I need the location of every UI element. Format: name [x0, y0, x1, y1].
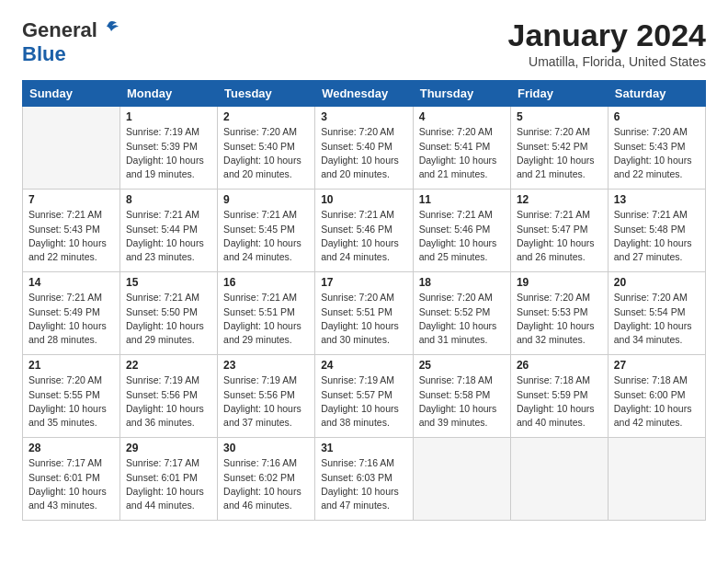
weekday-header-row: Sunday Monday Tuesday Wednesday Thursday… — [23, 81, 706, 107]
cell-w2-d0: 7Sunrise: 7:21 AM Sunset: 5:43 PM Daylig… — [23, 190, 120, 272]
cell-w4-d1: 22Sunrise: 7:19 AM Sunset: 5:56 PM Dayli… — [120, 355, 218, 438]
day-info: Sunrise: 7:20 AM Sunset: 5:53 PM Dayligh… — [517, 291, 602, 347]
day-info: Sunrise: 7:21 AM Sunset: 5:44 PM Dayligh… — [126, 208, 211, 264]
cell-w1-d4: 4Sunrise: 7:20 AM Sunset: 5:41 PM Daylig… — [413, 107, 510, 190]
cell-w3-d1: 15Sunrise: 7:21 AM Sunset: 5:50 PM Dayli… — [120, 272, 218, 355]
cell-w2-d3: 10Sunrise: 7:21 AM Sunset: 5:46 PM Dayli… — [315, 190, 414, 272]
cell-w5-d2: 30Sunrise: 7:16 AM Sunset: 6:02 PM Dayli… — [218, 438, 315, 521]
day-number: 17 — [321, 276, 407, 289]
day-info: Sunrise: 7:20 AM Sunset: 5:52 PM Dayligh… — [419, 291, 505, 347]
header-saturday: Saturday — [608, 81, 705, 107]
day-info: Sunrise: 7:21 AM Sunset: 5:46 PM Dayligh… — [419, 208, 505, 264]
cell-w1-d6: 6Sunrise: 7:20 AM Sunset: 5:43 PM Daylig… — [608, 107, 705, 190]
cell-w5-d1: 29Sunrise: 7:17 AM Sunset: 6:01 PM Dayli… — [120, 438, 218, 521]
header-wednesday: Wednesday — [315, 81, 414, 107]
header-friday: Friday — [510, 81, 608, 107]
day-info: Sunrise: 7:19 AM Sunset: 5:56 PM Dayligh… — [223, 373, 309, 430]
cell-w3-d6: 20Sunrise: 7:20 AM Sunset: 5:54 PM Dayli… — [608, 272, 705, 355]
day-number: 8 — [126, 193, 211, 206]
week-row-2: 7Sunrise: 7:21 AM Sunset: 5:43 PM Daylig… — [23, 190, 706, 272]
day-number: 26 — [517, 359, 602, 372]
day-info: Sunrise: 7:19 AM Sunset: 5:39 PM Dayligh… — [126, 125, 211, 181]
logo: General Blue — [22, 18, 119, 66]
cell-w5-d6 — [608, 438, 705, 521]
header-thursday: Thursday — [413, 81, 510, 107]
day-info: Sunrise: 7:17 AM Sunset: 6:01 PM Dayligh… — [28, 456, 114, 512]
day-info: Sunrise: 7:20 AM Sunset: 5:51 PM Dayligh… — [321, 291, 407, 347]
header-monday: Monday — [120, 81, 218, 107]
day-number: 22 — [126, 359, 211, 372]
day-info: Sunrise: 7:16 AM Sunset: 6:02 PM Dayligh… — [223, 456, 309, 512]
logo-blue: Blue — [22, 42, 66, 65]
cell-w5-d3: 31Sunrise: 7:16 AM Sunset: 6:03 PM Dayli… — [315, 438, 414, 521]
day-info: Sunrise: 7:20 AM Sunset: 5:54 PM Dayligh… — [614, 291, 700, 347]
day-number: 20 — [614, 276, 700, 289]
day-info: Sunrise: 7:21 AM Sunset: 5:49 PM Dayligh… — [28, 291, 114, 347]
cell-w4-d5: 26Sunrise: 7:18 AM Sunset: 5:59 PM Dayli… — [510, 355, 608, 438]
cell-w1-d3: 3Sunrise: 7:20 AM Sunset: 5:40 PM Daylig… — [315, 107, 414, 190]
week-row-4: 21Sunrise: 7:20 AM Sunset: 5:55 PM Dayli… — [23, 355, 706, 438]
day-info: Sunrise: 7:19 AM Sunset: 5:57 PM Dayligh… — [321, 373, 407, 430]
day-number: 14 — [28, 276, 114, 289]
day-info: Sunrise: 7:16 AM Sunset: 6:03 PM Dayligh… — [321, 456, 407, 512]
cell-w1-d2: 2Sunrise: 7:20 AM Sunset: 5:40 PM Daylig… — [218, 107, 315, 190]
cell-w3-d3: 17Sunrise: 7:20 AM Sunset: 5:51 PM Dayli… — [315, 272, 414, 355]
day-info: Sunrise: 7:20 AM Sunset: 5:40 PM Dayligh… — [223, 125, 309, 181]
day-info: Sunrise: 7:18 AM Sunset: 6:00 PM Dayligh… — [614, 373, 700, 430]
cell-w5-d4 — [413, 438, 510, 521]
day-info: Sunrise: 7:18 AM Sunset: 5:58 PM Dayligh… — [419, 373, 505, 430]
header-tuesday: Tuesday — [218, 81, 315, 107]
cell-w4-d6: 27Sunrise: 7:18 AM Sunset: 6:00 PM Dayli… — [608, 355, 705, 438]
day-info: Sunrise: 7:20 AM Sunset: 5:55 PM Dayligh… — [28, 373, 114, 430]
day-number: 24 — [321, 359, 407, 372]
day-info: Sunrise: 7:21 AM Sunset: 5:45 PM Dayligh… — [223, 208, 309, 264]
logo-bird-icon — [99, 18, 119, 39]
day-number: 30 — [223, 442, 309, 454]
day-number: 11 — [419, 193, 505, 206]
day-number: 6 — [614, 110, 700, 123]
cell-w5-d5 — [510, 438, 608, 521]
week-row-3: 14Sunrise: 7:21 AM Sunset: 5:49 PM Dayli… — [23, 272, 706, 355]
day-number: 25 — [419, 359, 505, 372]
day-number: 9 — [223, 193, 309, 206]
day-info: Sunrise: 7:21 AM Sunset: 5:50 PM Dayligh… — [126, 291, 211, 347]
day-info: Sunrise: 7:21 AM Sunset: 5:43 PM Dayligh… — [28, 208, 114, 264]
day-info: Sunrise: 7:21 AM Sunset: 5:47 PM Dayligh… — [517, 208, 602, 264]
day-info: Sunrise: 7:18 AM Sunset: 5:59 PM Dayligh… — [517, 373, 602, 430]
cell-w2-d4: 11Sunrise: 7:21 AM Sunset: 5:46 PM Dayli… — [413, 190, 510, 272]
week-row-1: 1Sunrise: 7:19 AM Sunset: 5:39 PM Daylig… — [23, 107, 706, 190]
day-info: Sunrise: 7:21 AM Sunset: 5:48 PM Dayligh… — [614, 208, 700, 264]
cell-w2-d2: 9Sunrise: 7:21 AM Sunset: 5:45 PM Daylig… — [218, 190, 315, 272]
cell-w2-d1: 8Sunrise: 7:21 AM Sunset: 5:44 PM Daylig… — [120, 190, 218, 272]
cell-w3-d4: 18Sunrise: 7:20 AM Sunset: 5:52 PM Dayli… — [413, 272, 510, 355]
day-number: 3 — [321, 110, 407, 123]
header: General Blue January 2024 Umatilla, Flor… — [22, 18, 706, 69]
location-subtitle: Umatilla, Florida, United States — [508, 54, 707, 69]
day-info: Sunrise: 7:19 AM Sunset: 5:56 PM Dayligh… — [126, 373, 211, 430]
day-number: 7 — [28, 193, 114, 206]
day-number: 31 — [321, 442, 407, 454]
day-number: 19 — [517, 276, 602, 289]
cell-w1-d1: 1Sunrise: 7:19 AM Sunset: 5:39 PM Daylig… — [120, 107, 218, 190]
day-info: Sunrise: 7:20 AM Sunset: 5:43 PM Dayligh… — [614, 125, 700, 181]
cell-w4-d4: 25Sunrise: 7:18 AM Sunset: 5:58 PM Dayli… — [413, 355, 510, 438]
cell-w3-d0: 14Sunrise: 7:21 AM Sunset: 5:49 PM Dayli… — [23, 272, 120, 355]
calendar-table: Sunday Monday Tuesday Wednesday Thursday… — [22, 80, 706, 521]
day-info: Sunrise: 7:20 AM Sunset: 5:41 PM Dayligh… — [419, 125, 505, 181]
day-number: 16 — [223, 276, 309, 289]
week-row-5: 28Sunrise: 7:17 AM Sunset: 6:01 PM Dayli… — [23, 438, 706, 521]
cell-w4-d3: 24Sunrise: 7:19 AM Sunset: 5:57 PM Dayli… — [315, 355, 414, 438]
day-number: 27 — [614, 359, 700, 372]
day-number: 21 — [28, 359, 114, 372]
day-number: 4 — [419, 110, 505, 123]
day-info: Sunrise: 7:21 AM Sunset: 5:46 PM Dayligh… — [321, 208, 407, 264]
cell-w2-d5: 12Sunrise: 7:21 AM Sunset: 5:47 PM Dayli… — [510, 190, 608, 272]
day-number: 15 — [126, 276, 211, 289]
day-number: 28 — [28, 442, 114, 454]
cell-w5-d0: 28Sunrise: 7:17 AM Sunset: 6:01 PM Dayli… — [23, 438, 120, 521]
title-area: January 2024 Umatilla, Florida, United S… — [508, 18, 707, 69]
day-number: 13 — [614, 193, 700, 206]
day-number: 2 — [223, 110, 309, 123]
day-number: 12 — [517, 193, 602, 206]
day-number: 1 — [126, 110, 211, 123]
